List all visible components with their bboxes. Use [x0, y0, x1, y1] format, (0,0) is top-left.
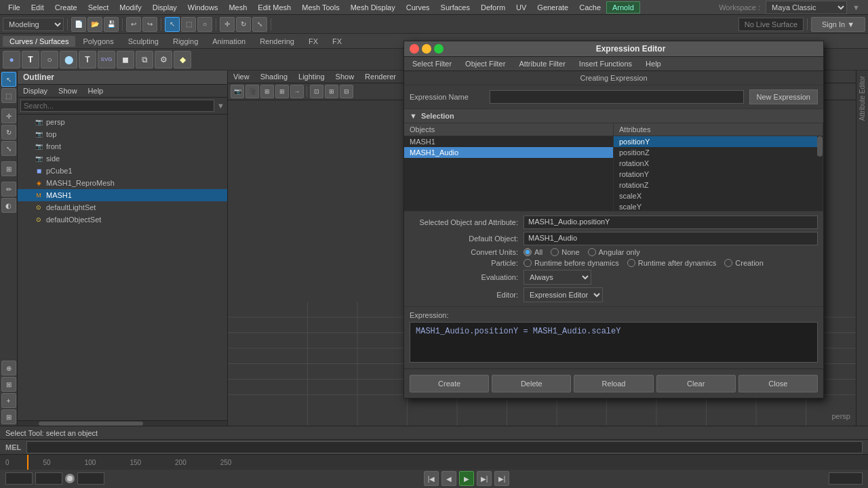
viewport-menu-renderer[interactable]: Renderer: [359, 71, 401, 82]
menu-create[interactable]: Create: [50, 2, 83, 13]
shelf-icon-box[interactable]: ◼: [117, 51, 134, 68]
create-button[interactable]: Create: [410, 375, 489, 392]
outliner-item-pcube1[interactable]: ◼ pCube1: [18, 165, 227, 177]
attr-positionY[interactable]: positionY: [614, 136, 823, 147]
prev-frame-btn[interactable]: ◀: [441, 471, 456, 486]
shelf-icon-circle[interactable]: ○: [41, 51, 58, 68]
viewport-menu-show[interactable]: Show: [330, 71, 360, 82]
default-obj-value[interactable]: MASH1_Audio: [524, 232, 818, 245]
shelf-icon-3d-text[interactable]: T: [79, 51, 96, 68]
attr-rotationY[interactable]: rotationY: [614, 169, 823, 180]
rotate-btn[interactable]: ↻: [236, 17, 251, 32]
paint-btn[interactable]: ○: [197, 17, 212, 32]
expr-menu-insert-functions[interactable]: Insert Functions: [574, 58, 637, 69]
expr-menu-help[interactable]: Help: [640, 58, 667, 69]
shelf-tab-rendering[interactable]: Rendering: [253, 36, 301, 47]
menu-edit[interactable]: Edit: [26, 2, 50, 13]
menu-mesh-tools[interactable]: Mesh Tools: [296, 2, 344, 13]
mel-input[interactable]: [26, 441, 863, 453]
vp-btn-layout1[interactable]: ⊡: [310, 85, 323, 98]
vp-btn-layout3[interactable]: ⊟: [340, 85, 353, 98]
shelf-tab-animation[interactable]: Animation: [205, 36, 252, 47]
evaluation-dropdown[interactable]: Always: [524, 270, 591, 285]
shelf-icon-svg[interactable]: SVG: [98, 51, 115, 68]
shelf-tab-polygons[interactable]: Polygons: [76, 36, 120, 47]
minimize-window-btn[interactable]: [422, 44, 431, 54]
lasso-btn[interactable]: ⬚: [181, 17, 196, 32]
attr-positionZ[interactable]: positionZ: [614, 147, 823, 158]
shelf-icon-stack[interactable]: ⧉: [136, 51, 153, 68]
close-window-btn[interactable]: [410, 44, 419, 54]
maximize-window-btn[interactable]: [434, 44, 443, 54]
radio-runtime-before[interactable]: Runtime before dynamics: [524, 259, 619, 267]
shelf-tab-curves-surfaces[interactable]: Curves / Surfaces: [3, 36, 75, 47]
selection-section-header[interactable]: ▼ Selection: [404, 109, 823, 123]
outliner-item-side[interactable]: 📷 side: [18, 152, 227, 165]
next-frame-btn[interactable]: ▶|: [477, 471, 492, 486]
vp-btn-arrow[interactable]: →: [290, 85, 304, 98]
shelf-icon-sphere[interactable]: ●: [3, 51, 20, 68]
viewport-menu-lighting[interactable]: Lighting: [293, 71, 330, 82]
outliner-hscroll[interactable]: [18, 420, 227, 426]
shelf-icon-3d-sphere[interactable]: ⬤: [60, 51, 77, 68]
viewport-menu-shading[interactable]: Shading: [255, 71, 293, 82]
shelf-tab-fx2[interactable]: FX: [326, 36, 349, 47]
outliner-item-front[interactable]: 📷 front: [18, 140, 227, 152]
attr-rotationZ[interactable]: rotationZ: [614, 180, 823, 190]
outliner-item-mash1[interactable]: M MASH1: [18, 189, 227, 201]
outliner-item-top[interactable]: 📷 top: [18, 128, 227, 140]
vp-btn-layout2[interactable]: ⊞: [325, 85, 338, 98]
play-end-btn[interactable]: ▶|: [494, 471, 509, 486]
tool-scale[interactable]: ⤡: [1, 141, 16, 156]
menu-select[interactable]: Select: [83, 2, 115, 13]
shelf-tab-sculpting[interactable]: Sculpting: [121, 36, 165, 47]
tool-rotate[interactable]: ↻: [1, 125, 16, 140]
tool-magnet[interactable]: ⊞: [1, 377, 16, 392]
new-expression-button[interactable]: New Expression: [749, 89, 818, 104]
tool-pin[interactable]: +: [1, 393, 16, 408]
radio-angular[interactable]: Angular only: [588, 248, 640, 256]
range-end-input[interactable]: 408: [829, 472, 863, 485]
end-frame-input[interactable]: 1: [77, 472, 104, 485]
play-start-btn[interactable]: |◀: [424, 471, 439, 486]
radio-runtime-after[interactable]: Runtime after dynamics: [627, 259, 717, 267]
menu-uv[interactable]: UV: [511, 2, 532, 13]
clear-button[interactable]: Clear: [656, 375, 736, 392]
viewport-menu-view[interactable]: View: [228, 71, 255, 82]
attr-scaleX[interactable]: scaleX: [614, 190, 823, 201]
menu-file[interactable]: File: [3, 2, 26, 13]
expr-menu-select-filter[interactable]: Select Filter: [407, 58, 457, 69]
save-btn[interactable]: 💾: [104, 17, 119, 32]
vp-btn-cam[interactable]: 📷: [231, 85, 244, 98]
tool-snap[interactable]: ⊕: [1, 361, 16, 375]
object-MASH1[interactable]: MASH1: [404, 136, 613, 147]
move-btn[interactable]: ✛: [220, 17, 235, 32]
outliner-item-mash-repro[interactable]: ◈ MASH1_ReproMesh: [18, 177, 227, 189]
close-button[interactable]: Close: [738, 375, 818, 392]
scale-btn[interactable]: ⤡: [252, 17, 267, 32]
radio-none[interactable]: None: [551, 248, 579, 256]
attr-scrollbar[interactable]: [817, 136, 823, 211]
expr-menu-attribute-filter[interactable]: Attribute Filter: [513, 58, 570, 69]
tool-select[interactable]: ↖: [1, 72, 16, 87]
play-btn[interactable]: ▶: [459, 471, 474, 486]
tool-lasso[interactable]: ⬚: [1, 88, 16, 103]
expression-input[interactable]: [410, 322, 818, 363]
shelf-icon-text[interactable]: T: [22, 51, 39, 68]
select-btn[interactable]: ↖: [165, 17, 180, 32]
tool-pin2[interactable]: ⊞: [1, 409, 16, 424]
delete-button[interactable]: Delete: [492, 375, 571, 392]
outliner-item-persp[interactable]: 📷 persp: [18, 116, 227, 128]
menu-curves[interactable]: Curves: [401, 2, 435, 13]
shelf-icon-gear[interactable]: ⚙: [155, 51, 172, 68]
shelf-tab-rigging[interactable]: Rigging: [166, 36, 205, 47]
tool-move[interactable]: ✛: [1, 108, 16, 123]
sign-in-btn[interactable]: Sign In ▼: [811, 17, 865, 32]
vp-btn-film[interactable]: 🎥: [245, 85, 259, 98]
menu-arnold[interactable]: Arnold: [606, 1, 640, 14]
selected-obj-attr-value[interactable]: MASH1_Audio.positionY: [524, 216, 818, 229]
menu-surfaces[interactable]: Surfaces: [435, 2, 475, 13]
reload-button[interactable]: Reload: [574, 375, 653, 392]
outliner-item-lightset[interactable]: ⊙ defaultLightSet: [18, 201, 227, 214]
expression-name-input[interactable]: [490, 90, 744, 104]
